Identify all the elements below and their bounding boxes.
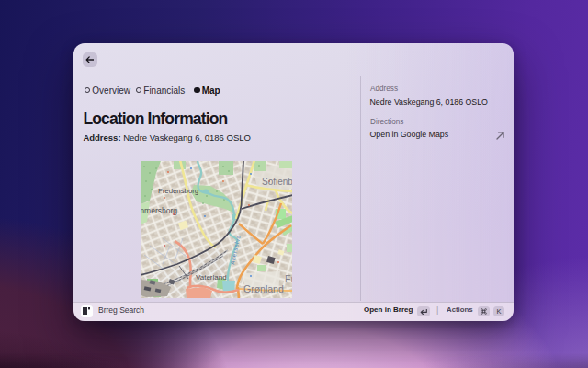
svg-text:Vaterland: Vaterland	[196, 273, 227, 282]
svg-text:Sofienbe: Sofienbe	[262, 177, 292, 187]
svg-text:Grønland: Grønland	[243, 283, 284, 294]
svg-text:mmersborg: mmersborg	[141, 206, 177, 215]
svg-text:En: En	[285, 274, 292, 284]
svg-text:Fredensborg: Fredensborg	[158, 187, 198, 195]
